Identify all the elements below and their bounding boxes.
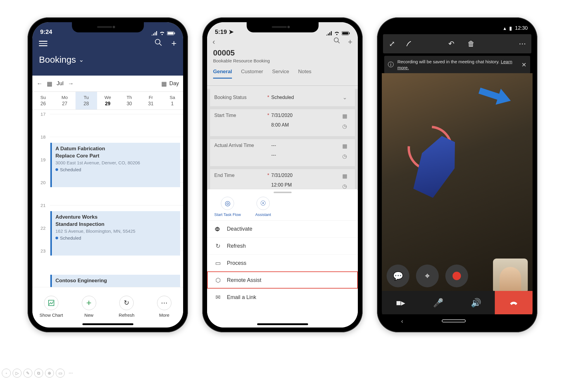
phone-record: 5:19 ➤ ‹ + 00005 Bookable: [202, 17, 363, 332]
home-indicator[interactable]: [257, 323, 308, 325]
add-icon[interactable]: +: [171, 38, 177, 49]
view-label[interactable]: Day: [169, 80, 179, 87]
calendar-icon[interactable]: ▦: [47, 80, 52, 87]
svg-rect-8: [349, 32, 350, 34]
record-id: 00005: [213, 48, 352, 58]
close-icon[interactable]: ✕: [521, 61, 527, 68]
plus-icon: +: [82, 296, 96, 310]
tool-more[interactable]: ⋯: [67, 369, 76, 378]
appointment-card[interactable]: Adventure Works Standard Inspection 162 …: [50, 211, 180, 256]
phone-bookings: 9:24 +: [28, 17, 188, 332]
next-arrow-icon[interactable]: →: [68, 80, 74, 87]
schedule-grid[interactable]: 17 18 19 20 21 22 23 A Datum Fabrication…: [32, 110, 183, 287]
field-booking-status[interactable]: Booking Status * Scheduled ⌄: [210, 89, 355, 106]
wifi-icon: [334, 31, 340, 35]
tab-notes[interactable]: Notes: [298, 69, 311, 79]
deactivate-icon: ⛔︎: [214, 226, 221, 232]
page-title: Bookings: [39, 55, 76, 65]
delete-icon[interactable]: 🗑: [465, 40, 477, 48]
day-number[interactable]: 1: [162, 100, 183, 109]
record-button[interactable]: [445, 265, 468, 287]
back-icon[interactable]: ‹: [212, 37, 215, 46]
status-time: 5:19: [215, 28, 227, 35]
page-title-dropdown[interactable]: Bookings ⌄: [32, 49, 183, 65]
tab-general[interactable]: General: [213, 69, 232, 79]
day-number[interactable]: 28: [76, 100, 97, 109]
refresh-icon: ↻: [214, 242, 221, 250]
screen-remote-assist: ▴ ▮ 12:30 ⤢ ↶ 🗑 ⋯ ⓘ Recording will be sa…: [382, 22, 533, 328]
self-video-pip[interactable]: [493, 259, 528, 293]
appointment-card[interactable]: Contoso Engineering: [50, 275, 180, 287]
capture-button[interactable]: ⌖: [416, 265, 439, 287]
day-number[interactable]: 30: [118, 100, 140, 109]
svg-line-4: [159, 43, 162, 46]
home-indicator[interactable]: [82, 323, 133, 325]
refresh-button[interactable]: ↻ Refresh: [119, 296, 135, 318]
search-icon[interactable]: [334, 37, 340, 46]
hour-label: 19: [32, 157, 46, 162]
document-toolbar: ◦ ▷ ✎ ⧉ ⊕ ▭ ⋯: [0, 369, 76, 378]
required-icon: *: [265, 113, 271, 118]
tool-screen[interactable]: ▭: [56, 369, 65, 378]
call-floating-controls: 💬 ⌖: [387, 263, 528, 289]
hour-label: 21: [32, 203, 46, 208]
add-icon[interactable]: +: [348, 37, 352, 46]
prev-arrow-icon[interactable]: ←: [37, 80, 43, 87]
undo-icon[interactable]: ↶: [445, 40, 457, 48]
banner-text: Recording will be saved in the meeting c…: [397, 59, 518, 70]
refresh-icon: ↻: [119, 296, 134, 310]
new-button[interactable]: + New: [82, 296, 96, 318]
hangup-button[interactable]: [495, 291, 533, 314]
deactivate-item[interactable]: ⛔︎Deactivate: [207, 221, 358, 237]
day-header: We: [97, 92, 119, 100]
tool-pen[interactable]: ✎: [23, 369, 32, 378]
field-start-time[interactable]: Start Time * 7/31/20208:00 AM ▦◷: [210, 109, 355, 136]
start-task-flow-button[interactable]: ◎ Start Task Flow: [214, 197, 241, 217]
day-number[interactable]: 29: [97, 100, 119, 109]
tool-zoom[interactable]: ⊕: [45, 369, 54, 378]
back-button[interactable]: ‹: [401, 318, 403, 325]
month-label: Jul: [57, 80, 64, 87]
chat-button[interactable]: 💬: [387, 265, 409, 287]
speaker-button[interactable]: 🔊: [471, 298, 481, 308]
remote-assist-item[interactable]: ⬡Remote Assist: [207, 271, 358, 289]
process-item[interactable]: ▭Process: [207, 254, 358, 271]
calendar-icon: ▦: [342, 113, 347, 119]
appointment-address: 3000 East 1st Avenue, Denver, CO, 80206: [55, 160, 177, 165]
day-number[interactable]: 31: [140, 100, 162, 109]
day-header: Th: [118, 92, 140, 100]
more-icon: ⋯: [157, 296, 171, 310]
show-chart-button[interactable]: Show Chart: [40, 296, 63, 318]
more-button[interactable]: ⋯ More: [157, 296, 171, 318]
screen-record: 5:19 ➤ ‹ + 00005 Bookable: [207, 22, 358, 328]
ink-icon[interactable]: [406, 40, 418, 47]
mic-button[interactable]: 🎤: [433, 298, 444, 308]
camera-button[interactable]: ■▸: [396, 298, 405, 308]
tab-service[interactable]: Service: [272, 69, 289, 79]
day-number[interactable]: 27: [54, 100, 76, 109]
tool-copy[interactable]: ⧉: [34, 369, 43, 378]
appointment-company: Contoso Engineering: [55, 278, 177, 284]
sheet-grabber[interactable]: [274, 192, 292, 193]
clock-icon: ◷: [342, 183, 347, 190]
search-icon[interactable]: [154, 38, 162, 49]
day-number[interactable]: 26: [32, 100, 54, 109]
appointment-card[interactable]: A Datum Fabrication Replace Core Part 30…: [50, 143, 180, 187]
assistant-button[interactable]: ☉ Assistant: [255, 197, 271, 217]
status-time: 9:24: [40, 28, 52, 35]
refresh-item[interactable]: ↻Refresh: [207, 237, 358, 254]
phone-remote-assist: ▴ ▮ 12:30 ⤢ ↶ 🗑 ⋯ ⓘ Recording will be sa…: [377, 17, 537, 332]
email-icon: ✉: [214, 294, 221, 301]
minimize-icon[interactable]: ⤢: [386, 40, 398, 48]
status-bar: ▴ ▮ 12:30: [382, 22, 533, 34]
tool-pointer[interactable]: ◦: [2, 369, 11, 378]
home-button[interactable]: [442, 319, 466, 322]
tab-customer[interactable]: Customer: [241, 69, 263, 79]
email-link-item[interactable]: ✉Email a Link: [207, 289, 358, 306]
hour-label: 22: [32, 226, 46, 231]
more-icon[interactable]: ⋯: [516, 40, 528, 48]
menu-icon[interactable]: [39, 41, 47, 46]
week-strip[interactable]: Su Mo Tu We Th Fr Sa 26 27 28 29 30 31 1: [32, 92, 183, 110]
field-actual-arrival[interactable]: Actual Arrival Time ------ ▦◷: [210, 139, 355, 166]
tool-play[interactable]: ▷: [13, 369, 22, 378]
